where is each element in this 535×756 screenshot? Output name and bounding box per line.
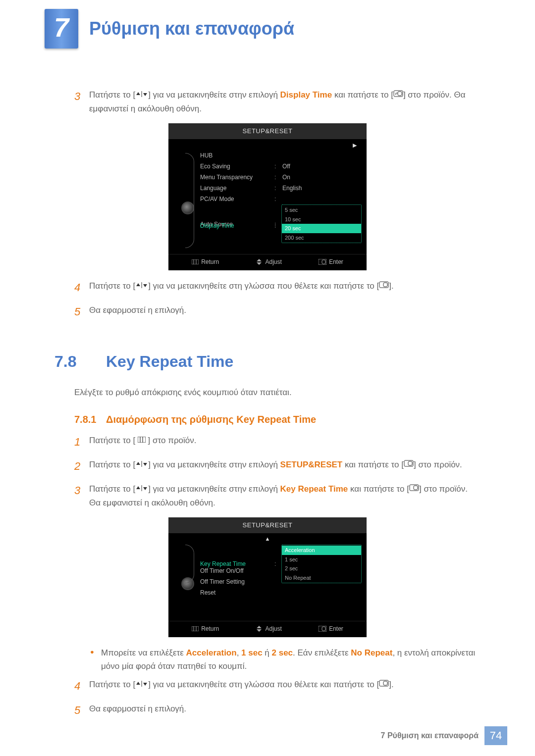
text: ] στο προϊόν. bbox=[146, 436, 197, 445]
text: ] για να μετακινηθείτε στην επιλογή bbox=[148, 90, 280, 100]
text: Πατήστε το [ bbox=[89, 281, 135, 291]
osd-active-label: Display Time bbox=[200, 221, 274, 230]
svg-rect-6 bbox=[322, 260, 325, 264]
step-number: 4 bbox=[74, 279, 89, 296]
text: και πατήστε το [ bbox=[342, 460, 404, 469]
step-number: 4 bbox=[74, 678, 89, 694]
osd-title: SETUP&RESET bbox=[168, 517, 367, 533]
text: ] για να μετακινηθείτε στην επιλογή bbox=[148, 460, 280, 469]
enter-icon bbox=[393, 88, 403, 101]
osd-option-selected: Acceleration bbox=[282, 546, 361, 555]
text: , bbox=[237, 648, 241, 657]
updown-icon bbox=[135, 457, 148, 471]
text: Πατήστε το [ bbox=[89, 460, 135, 469]
section-title: Key Repeat Time bbox=[106, 353, 233, 370]
svg-rect-1 bbox=[398, 92, 402, 96]
svg-rect-22 bbox=[383, 681, 387, 685]
highlight-text: 1 sec bbox=[241, 648, 263, 657]
svg-rect-16 bbox=[192, 626, 199, 631]
menu-icon bbox=[138, 433, 146, 447]
osd-menu: HUB Eco Saving:Off Menu Transparency:On … bbox=[198, 150, 362, 251]
osd-footer-label: Adjust bbox=[265, 257, 281, 266]
highlight-text: Acceleration bbox=[186, 648, 237, 657]
step-2: 2 Πατήστε το [] για να μετακινηθείτε στη… bbox=[74, 458, 481, 474]
step-number: 5 bbox=[74, 303, 89, 320]
highlight-text: SETUP&RESET bbox=[280, 460, 343, 469]
osd-item-label: Off Timer Setting bbox=[200, 577, 274, 586]
text: και πατήστε το [ bbox=[332, 90, 393, 100]
highlight-text: 2 sec bbox=[272, 648, 293, 657]
step-number: 3 bbox=[74, 88, 89, 104]
text: Πατήστε το [ bbox=[89, 90, 135, 100]
text: Πατήστε το [ bbox=[89, 436, 138, 445]
text: ] για να μετακινηθείτε στη γλώσσα που θέ… bbox=[148, 281, 379, 291]
osd-footer: Return Adjust Enter bbox=[168, 254, 367, 267]
section-heading: 7.8Key Repeat Time bbox=[54, 350, 481, 373]
osd-item-label: HUB bbox=[200, 151, 274, 160]
highlight-text: Key Repeat Time bbox=[280, 484, 348, 494]
highlight-text: Display Time bbox=[280, 90, 332, 100]
step-4-top: 4 Πατήστε το [] για να μετακινηθείτε στη… bbox=[74, 279, 481, 296]
updown-icon bbox=[135, 677, 148, 691]
step-3-top: 3 Πατήστε το [] για να μετακινηθείτε στη… bbox=[74, 88, 481, 115]
step-text: Πατήστε το [] για να μετακινηθείτε στην … bbox=[89, 88, 481, 115]
text: ]. bbox=[389, 680, 393, 689]
step-number: 2 bbox=[74, 458, 89, 474]
subsection-heading: 7.8.1Διαμόρφωση της ρύθμισης Key Repeat … bbox=[74, 412, 481, 427]
arrow-up-icon: ▲ bbox=[168, 533, 367, 543]
subsection-number: 7.8.1 bbox=[74, 412, 106, 427]
menu-icon bbox=[192, 626, 199, 631]
svg-rect-15 bbox=[414, 486, 418, 490]
text: ]. bbox=[389, 281, 393, 291]
svg-rect-9 bbox=[138, 437, 146, 443]
text: και πατήστε το [ bbox=[348, 484, 409, 494]
step-text: Πατήστε το [ ] στο προϊόν. bbox=[89, 434, 481, 448]
osd-screenshot-2: SETUP&RESET ▲ Key Repeat Time: Accelerat… bbox=[168, 517, 367, 637]
step-text: Πατήστε το [] για να μετακινηθείτε στη γ… bbox=[89, 279, 481, 293]
svg-rect-8 bbox=[383, 283, 387, 287]
step-1: 1 Πατήστε το [ ] στο προϊόν. bbox=[74, 434, 481, 450]
enter-icon bbox=[319, 259, 326, 265]
osd-footer-label: Adjust bbox=[265, 624, 281, 633]
enter-icon bbox=[404, 457, 414, 471]
updown-icon bbox=[135, 279, 148, 292]
osd-option: 200 sec bbox=[282, 233, 361, 243]
section-number: 7.8 bbox=[54, 350, 106, 373]
osd-footer: Return Adjust Enter bbox=[168, 621, 367, 634]
osd-option-selected: 20 sec bbox=[282, 224, 361, 233]
arrow-right-icon: ▶ bbox=[168, 139, 367, 150]
step-number: 1 bbox=[74, 434, 89, 450]
bullet-text: Μπορείτε να επιλέξετε Acceleration, 1 se… bbox=[101, 646, 481, 673]
highlight-text: No Repeat bbox=[351, 648, 392, 657]
osd-item-value: Off bbox=[279, 162, 362, 171]
enter-icon bbox=[319, 626, 326, 632]
text: ] για να μετακινηθείτε στη γλώσσα που θέ… bbox=[148, 680, 379, 689]
chapter-title: Ρύθμιση και επαναφορά bbox=[89, 15, 294, 42]
enter-icon bbox=[409, 482, 419, 495]
step-text: Θα εφαρμοστεί η επιλογή. bbox=[89, 702, 481, 715]
subsection-title: Διαμόρφωση της ρύθμισης Key Repeat Time bbox=[106, 414, 316, 425]
text: Πατήστε το [ bbox=[89, 484, 135, 494]
step-5-top: 5 Θα εφαρμοστεί η επιλογή. bbox=[74, 303, 481, 320]
footer-text: 7 Ρύθμιση και επαναφορά bbox=[381, 730, 479, 742]
text: Μπορείτε να επιλέξετε bbox=[101, 648, 186, 657]
osd-footer-label: Enter bbox=[329, 624, 343, 633]
osd-footer-label: Return bbox=[201, 624, 219, 633]
svg-rect-2 bbox=[192, 259, 199, 264]
osd-dropdown: Acceleration 1 sec 2 sec No Repeat bbox=[281, 545, 362, 583]
osd-item-label: Reset bbox=[200, 588, 274, 597]
enter-icon bbox=[379, 279, 389, 292]
osd-side-icon bbox=[173, 544, 198, 618]
osd-option: No Repeat bbox=[282, 573, 361, 583]
updown-icon bbox=[135, 88, 148, 101]
step-text: Πατήστε το [] για να μετακινηθείτε στην … bbox=[89, 482, 481, 509]
bullet-icon: ● bbox=[90, 646, 101, 658]
step-text: Θα εφαρμοστεί η επιλογή. bbox=[89, 303, 481, 317]
osd-footer-label: Enter bbox=[329, 257, 343, 266]
text: ] για να μετακινηθείτε στην επιλογή bbox=[148, 484, 280, 494]
osd-item-label: PC/AV Mode bbox=[200, 195, 274, 203]
osd-menu: Key Repeat Time: Acceleration 1 sec 2 se… bbox=[198, 544, 362, 618]
osd-item-value: English bbox=[279, 184, 362, 193]
step-3: 3 Πατήστε το [] για να μετακινηθείτε στη… bbox=[74, 482, 481, 509]
osd-option: 10 sec bbox=[282, 215, 361, 224]
